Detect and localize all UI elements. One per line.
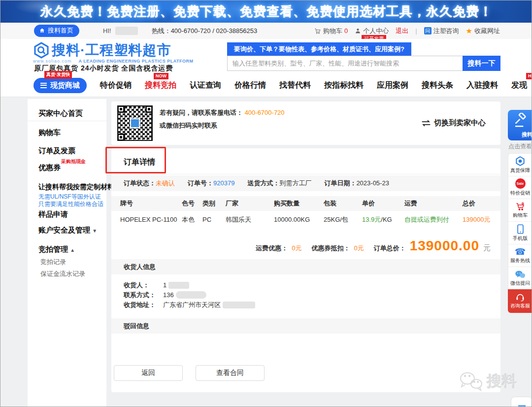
separator: |: [415, 27, 417, 34]
dock-item-sale[interactable]: Sale 特价促销: [508, 176, 532, 199]
view-contract-button[interactable]: 查看合同: [196, 365, 265, 381]
nav-item-shop-label: 现货商城: [50, 81, 80, 90]
dock-item-authentic[interactable]: 真货保障: [508, 154, 532, 176]
dock-item-service[interactable]: 咨询客服: [508, 289, 532, 313]
dock-item-cart[interactable]: 购物车: [508, 199, 532, 222]
wechat-icon: [515, 270, 526, 279]
home-button[interactable]: 搜料首页: [34, 25, 79, 37]
headset-icon: [515, 293, 525, 302]
qr-finder-icon: [117, 134, 125, 141]
swap-arrows-icon: [421, 120, 431, 127]
nav-item-join[interactable]: 入驻搜料: [466, 80, 498, 91]
freight-discount-value: 0元: [292, 244, 301, 253]
cell-factory: 韩国乐天: [226, 215, 274, 224]
search-button[interactable]: 搜料一下: [463, 56, 500, 71]
cart-link[interactable]: 购物车 0: [314, 27, 348, 35]
dock-item-wechat-label: 微信提问: [510, 280, 530, 287]
coupon-deduct-label: 优惠券抵扣：: [311, 244, 350, 253]
nav-item-by-spec[interactable]: 按指标找料: [324, 80, 364, 91]
back-button[interactable]: 返回: [114, 365, 183, 381]
grand-total-label: 订单总价：: [374, 244, 406, 253]
nav-item-deals[interactable]: 特价促销: [100, 80, 132, 91]
dock-auction-hint: 点击查看: [508, 142, 532, 151]
sidebar-item-deposit-record[interactable]: 保证金流水记录: [40, 270, 85, 278]
receiver-phone-row: 联系方式： 136: [124, 290, 255, 300]
delivery-method: 送货方式：到需方工厂: [247, 179, 311, 188]
contact-line1-label: 若有疑问，请联系客服电话：: [160, 109, 243, 116]
dock-auction-tab[interactable]: 搜料竞拍: [508, 110, 532, 140]
dock-item-service-label: 咨询客服: [510, 303, 530, 309]
hotline: 热线：400-6700-720 / 020-38856253: [152, 27, 258, 35]
title-divider: [111, 174, 500, 174]
contact-line1: 若有疑问，请联系客服电话： 400-6700-720: [160, 108, 285, 117]
search-area: 搜料一下: [227, 56, 500, 71]
sidebar-item-home[interactable]: 买家中心首页: [38, 109, 83, 118]
dock-item-hotline-label: 服务热线: [510, 257, 530, 264]
dock-item-hotline[interactable]: ☎ 服务热线: [508, 244, 532, 267]
switch-to-seller-button[interactable]: 切换到卖家中心: [421, 118, 486, 128]
sidebar-item-cart[interactable]: 购物车: [38, 128, 61, 137]
sidebar-account-label: 账户安全及管理: [38, 226, 90, 234]
contact-card: 若有疑问，请联系客服电话： 400-6700-720 或微信扫码实时联系 切换到…: [111, 102, 500, 145]
sidebar-item-custom[interactable]: 让搜料帮我按需定制材料: [38, 183, 114, 192]
order-status-bar: 订单状态：未确认 订单号：920379 送货方式：到需方工厂 订单日期：2023…: [111, 175, 500, 191]
brand-site: www.soliao.com: [33, 59, 72, 64]
favorite-link[interactable]: ★ 收藏网址: [466, 27, 500, 35]
reject-section-header: 驳回信息: [111, 318, 500, 334]
brand-subline: www.soliao.comA LEADING ENGINEERING PLAS…: [33, 59, 194, 64]
dock-item-wechat[interactable]: 微信提问: [508, 267, 532, 290]
logout-link[interactable]: 退出: [396, 27, 408, 35]
search-input[interactable]: [227, 56, 463, 71]
nav-shop-badge: 真货·发货快: [44, 71, 72, 79]
account-label: 个人中心: [363, 27, 389, 35]
nav-item-substitute[interactable]: 找替代料: [279, 80, 311, 91]
dock-auction-label: 搜料竞拍: [520, 131, 532, 138]
receiver-phone-redacted: [176, 291, 206, 299]
qr-finder-icon: [145, 105, 153, 113]
order-totals: 运费优惠： 0元 优惠券抵扣： 0元 订单总价： 139000.00 元: [256, 238, 491, 254]
nav-item-news[interactable]: 搜料头条: [422, 80, 453, 91]
list-icon: [40, 83, 47, 88]
mobile-phone-icon: [517, 224, 524, 234]
qr-finder-icon: [117, 105, 125, 113]
search-hint-tab[interactable]: 要询价、下单？要物性表、参考价格、材质证书、应用案例?: [227, 42, 411, 57]
nav-item-shop[interactable]: 现货商城 真货·发货快: [33, 78, 87, 93]
nav-discover-badge: HIDE: [526, 73, 532, 79]
qr-center-logo: [130, 118, 140, 128]
sidebar-item-sample[interactable]: 样品申请: [38, 210, 68, 219]
sidebar-item-auction[interactable]: 竞拍管理 ▲: [38, 245, 75, 254]
nav-item-auction[interactable]: 搜料竞拍 NOW: [145, 80, 176, 91]
buyer-sidebar: 买家中心首页 购物车 订单及发票 采购抵现金 优惠券 让搜料帮我按需定制材料 无…: [28, 99, 106, 407]
nav-auction-badge: NOW: [154, 73, 168, 79]
page: 永久免费！免费注册、免费下载、免费查看、免费使用选材工具，永久免费！ 搜料首页 …: [0, 0, 532, 407]
col-color: 色号: [182, 199, 202, 208]
phone-icon: ☎: [515, 247, 526, 256]
widget-qr-fragment: [518, 405, 526, 407]
nav-item-discover-label: 发现: [511, 81, 527, 89]
dock-item-mobile[interactable]: 手机版: [508, 222, 532, 244]
injection-consult-link[interactable]: 问 注塑咨询: [424, 27, 459, 35]
sidebar-item-auction-record[interactable]: 竞拍记录: [40, 258, 66, 267]
brand-title: 搜料·工程塑料超市: [52, 42, 171, 59]
cell-total: 139000元: [463, 215, 500, 224]
sale-badge-icon: Sale: [515, 178, 526, 189]
cart-icon: [314, 28, 321, 34]
sidebar-item-orders[interactable]: 订单及发票: [38, 146, 75, 156]
promo-banner: 永久免费！免费注册、免费下载、免费查看、免费使用选材工具，永久免费！: [0, 0, 532, 23]
sidebar-item-account[interactable]: 账户安全及管理 ▼: [38, 226, 97, 235]
nav-item-cases[interactable]: 应用案例: [377, 80, 408, 91]
nav-item-cert[interactable]: 认证查询: [190, 80, 221, 91]
floating-widget-cutoff[interactable]: [511, 397, 532, 407]
grand-total-value: 139000.00: [410, 238, 479, 254]
col-factory: 厂家: [226, 199, 274, 208]
receiver-info: 收货人： 1 联系方式： 136 收货地址： 广东省广州市天河区: [124, 280, 255, 310]
grand-total-unit: 元: [483, 243, 491, 253]
account-link[interactable]: 个人中心 可开发票: [355, 27, 389, 35]
nav-item-discover[interactable]: 发现 HIDE: [511, 80, 527, 91]
sidebar-item-coupon[interactable]: 优惠券: [38, 163, 61, 172]
nav-item-price[interactable]: 价格行情: [234, 80, 266, 91]
col-unit-price: 单价: [362, 199, 404, 208]
cell-freight: 自提或运费到付: [404, 215, 463, 224]
col-quantity: 购买数量: [274, 199, 324, 208]
receiver-name-redacted: [168, 282, 189, 289]
